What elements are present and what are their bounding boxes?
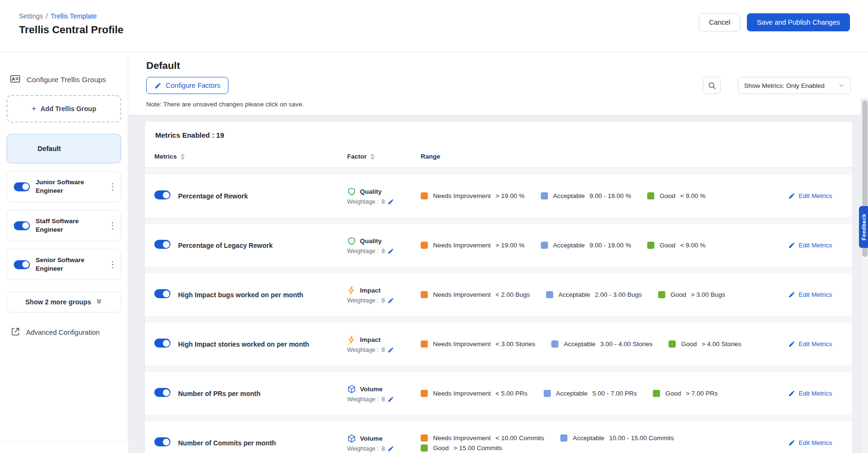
edit-weightage-icon[interactable]	[387, 297, 394, 304]
range-value: 9.00 - 19.00 %	[590, 242, 632, 249]
kebab-menu-icon[interactable]: ⋮	[107, 181, 118, 192]
edit-metrics-button[interactable]: Edit Metrics	[788, 192, 852, 199]
range-cell: Needs Improvement < 2.00 Bugs Acceptable…	[421, 291, 753, 298]
metric-enabled-toggle[interactable]	[154, 388, 170, 397]
edit-metrics-button[interactable]: Edit Metrics	[788, 439, 852, 446]
range-color-swatch	[421, 444, 428, 452]
cancel-button[interactable]: Cancel	[699, 13, 740, 31]
metric-name: Number of Commits per month	[178, 439, 276, 447]
range-label: Good	[433, 444, 449, 452]
group-enabled-toggle[interactable]	[14, 260, 30, 269]
metric-name-cell: High Impact stories worked on per month	[178, 340, 347, 349]
advanced-configuration-button[interactable]: Advanced Configuration	[7, 327, 121, 338]
plus-icon: +	[31, 104, 36, 113]
show-metrics-filter-select[interactable]: Show Metrics: Only Enabled	[738, 77, 851, 94]
range-color-swatch	[541, 192, 548, 199]
metric-name-cell: Number of Commits per month	[178, 439, 347, 447]
search-button[interactable]	[703, 77, 721, 94]
edit-metrics-button[interactable]: Edit Metrics	[788, 340, 852, 348]
group-enabled-toggle[interactable]	[14, 182, 30, 191]
range-good: Good > 15.00 Commits	[421, 444, 502, 452]
sort-metrics-icon[interactable]	[180, 153, 185, 160]
kebab-menu-icon[interactable]: ⋮	[107, 220, 118, 231]
table-body: Percentage of Rework	[145, 168, 852, 453]
sidebar-group-card[interactable]: Staff Software Engineer ⋮	[7, 210, 121, 241]
column-header-range: Range	[421, 153, 788, 160]
metric-name-cell: Number of PRs per month	[178, 389, 347, 398]
range-good: Good < 9.00 %	[647, 192, 706, 199]
metric-enabled-toggle[interactable]	[154, 289, 170, 298]
weightage-label: Weightage :	[347, 347, 378, 353]
range-good: Good > 7.00 PRs	[653, 390, 717, 397]
edit-metrics-label: Edit Metrics	[799, 291, 832, 298]
range-needs-improvement: Needs Improvement < 2.00 Bugs	[421, 291, 530, 298]
trellis-settings-page: Settings / Trellis Template Trellis Cent…	[0, 0, 868, 453]
edit-weightage-icon[interactable]	[387, 396, 394, 403]
range-color-swatch	[669, 340, 676, 348]
breadcrumb-trellis-template-link[interactable]: Trellis Template	[50, 12, 96, 20]
vertical-scrollbar-track[interactable]	[861, 97, 868, 453]
factor-name: Volume	[360, 386, 383, 393]
edit-metrics-button[interactable]: Edit Metrics	[788, 291, 852, 298]
save-publish-button[interactable]: Save and Publish Changes	[747, 13, 850, 31]
feedback-tab[interactable]: Feedback	[859, 206, 868, 248]
metric-enabled-toggle[interactable]	[154, 339, 170, 348]
add-trellis-group-button[interactable]: + Add Trellis Group	[7, 95, 121, 123]
range-value: > 15.00 Commits	[453, 444, 502, 452]
group-enabled-toggle[interactable]	[14, 221, 30, 230]
metric-enabled-toggle[interactable]	[154, 437, 170, 446]
range-label: Needs Improvement	[433, 291, 491, 298]
sort-factor-icon[interactable]	[370, 153, 375, 160]
advanced-configuration-icon	[10, 327, 20, 338]
range-label: Needs Improvement	[433, 390, 491, 397]
kebab-menu-icon[interactable]: ⋮	[107, 259, 118, 270]
range-label: Acceptable	[556, 390, 588, 397]
edit-metrics-label: Edit Metrics	[799, 390, 832, 397]
range-label: Good	[660, 192, 675, 199]
sidebar-group-card[interactable]: Senior Software Engineer ⋮	[7, 249, 121, 280]
range-value: > 19.00 %	[496, 192, 525, 199]
metric-enabled-toggle[interactable]	[154, 190, 170, 199]
range-label: Needs Improvement	[433, 242, 491, 249]
range-value: < 3.00 Stories	[496, 340, 536, 348]
metric-table-row: Number of PRs per month	[145, 372, 852, 415]
main-panel: Default Configure Factors	[128, 52, 868, 453]
range-value: 9.00 - 19.00 %	[590, 192, 632, 199]
show-more-groups-button[interactable]: Show 2 more groups	[7, 292, 121, 312]
edit-weightage-icon[interactable]	[387, 248, 394, 255]
range-value: > 7.00 PRs	[686, 390, 717, 397]
metric-name-cell: Percentage of Rework	[178, 192, 347, 200]
sidebar-group-card[interactable]: Junior Software Engineer ⋮	[7, 171, 121, 202]
range-header-label: Range	[421, 153, 440, 160]
metric-table-row: Number of Commits per month	[145, 422, 852, 453]
range-good: Good > 4.00 Stories	[669, 340, 741, 348]
weightage-label: Weightage :	[347, 297, 378, 304]
controls-row: Configure Factors Show Metrics: Only Ena…	[146, 77, 851, 94]
metric-enabled-toggle[interactable]	[154, 240, 170, 249]
range-needs-improvement: Needs Improvement > 19.00 %	[421, 192, 525, 199]
breadcrumb-settings-link[interactable]: Settings	[19, 12, 43, 20]
edit-metrics-button[interactable]: Edit Metrics	[788, 242, 852, 249]
range-color-swatch	[544, 390, 551, 397]
factor-header-label: Factor	[347, 153, 367, 160]
configure-factors-button[interactable]: Configure Factors	[146, 77, 228, 94]
range-cell: Needs Improvement < 5.00 PRs Acceptable …	[421, 390, 753, 397]
range-acceptable: Acceptable 3.00 - 4.00 Stories	[551, 340, 652, 348]
edit-metrics-label: Edit Metrics	[799, 340, 832, 348]
edit-weightage-icon[interactable]	[387, 198, 394, 205]
edit-pencil-icon	[788, 439, 795, 446]
range-color-swatch	[546, 291, 553, 298]
range-value: 5.00 - 7.00 PRs	[593, 390, 637, 397]
range-value: > 3.00 Bugs	[691, 291, 725, 298]
factor-cell: Volume Weightage : 8	[347, 434, 421, 452]
edit-metrics-label: Edit Metrics	[799, 192, 832, 199]
edit-weightage-icon[interactable]	[387, 445, 394, 452]
sidebar-item-default-group[interactable]: Default	[7, 134, 121, 163]
factor-cell: Impact Weightage : 8	[347, 335, 421, 353]
edit-weightage-icon[interactable]	[387, 347, 394, 353]
edit-metrics-button[interactable]: Edit Metrics	[788, 390, 852, 397]
range-value: 2.00 - 3.00 Bugs	[595, 291, 642, 298]
range-color-swatch	[653, 390, 660, 397]
weightage-value: 8	[381, 347, 385, 353]
weightage-label: Weightage :	[347, 198, 378, 205]
